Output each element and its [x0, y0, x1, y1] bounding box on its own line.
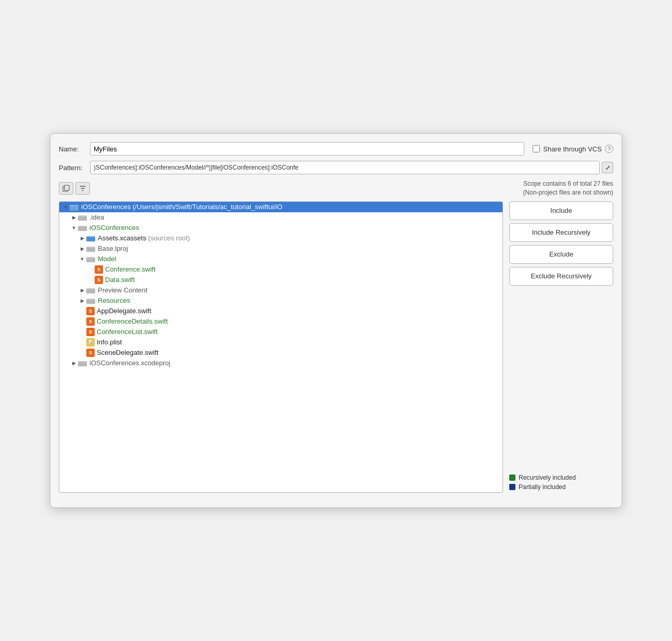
action-buttons-panel: Include Include Recursively Exclude Excl… [509, 201, 613, 493]
conference-swift-icon: S [95, 265, 103, 274]
svg-rect-21 [86, 289, 95, 293]
tree-item-confdetails[interactable]: S ConferenceDetails.swift [59, 316, 502, 327]
confdetails-label: ConferenceDetails.swift [97, 317, 168, 325]
idea-arrow[interactable]: ▶ [70, 213, 78, 222]
data-swift-label: Data.swift [105, 276, 135, 284]
conflist-label: ConferenceList.swift [97, 328, 158, 336]
main-area: ▼ iOSConferences (/Users/jsmith/Swift/Tu… [59, 201, 613, 493]
expand-pattern-button[interactable]: ⤢ [602, 162, 613, 173]
root-arrow[interactable]: ▼ [61, 203, 70, 211]
svg-rect-3 [70, 205, 73, 207]
preview-label: Preview Content [98, 286, 147, 294]
idea-label: .idea [89, 213, 104, 221]
svg-rect-24 [86, 300, 95, 304]
data-swift-icon: S [95, 276, 103, 284]
preview-arrow[interactable]: ▶ [78, 286, 86, 294]
vcs-label: Share through VCS [543, 145, 602, 153]
exclude-recursively-button[interactable]: Exclude Recursively [509, 267, 613, 286]
copy-button[interactable] [59, 182, 73, 195]
tree-item-appdelegate[interactable]: S AppDelegate.swift [59, 306, 502, 316]
iosconf-folder-icon [78, 224, 87, 232]
svg-rect-12 [86, 237, 95, 241]
appdelegate-swift-icon: S [86, 307, 95, 315]
filter-button[interactable] [75, 182, 90, 195]
recursively-label: Recursively included [519, 474, 576, 481]
tree-item-xcodeproj[interactable]: ▶ iOSConferences.xcodeproj [59, 358, 502, 368]
appdelegate-label: AppDelegate.swift [97, 307, 151, 315]
model-label: Model [98, 255, 116, 263]
infoplist-icon: 📊 [86, 338, 95, 347]
tree-item-idea[interactable]: ▶ .idea [59, 212, 502, 223]
svg-rect-9 [78, 227, 87, 231]
resources-arrow[interactable]: ▶ [78, 297, 86, 305]
help-icon[interactable]: ? [605, 145, 613, 153]
preview-folder-icon [86, 287, 96, 294]
conflist-swift-icon: S [86, 328, 95, 336]
tree-root-item[interactable]: ▼ iOSConferences (/Users/jsmith/Swift/Tu… [59, 202, 502, 212]
iosconf-arrow[interactable]: ▼ [70, 224, 78, 232]
base-folder-icon [86, 245, 96, 252]
include-button[interactable]: Include [509, 201, 613, 220]
xcodeproj-label: iOSConferences.xcodeproj [89, 359, 170, 367]
resources-folder-icon [86, 297, 96, 304]
svg-rect-27 [78, 362, 87, 366]
tree-item-resources[interactable]: ▶ Resources [59, 296, 502, 306]
partially-label: Partially included [519, 483, 566, 491]
legend-area: Recursively included Partially included [509, 468, 613, 493]
tree-item-base[interactable]: ▶ Base.lproj [59, 243, 502, 254]
name-input[interactable] [90, 142, 524, 156]
scenedelegate-label: SceneDelegate.swift [97, 349, 159, 356]
root-label: iOSConferences (/Users/jsmith/Swift/Tuto… [81, 203, 282, 211]
confdetails-swift-icon: S [86, 317, 95, 326]
root-folder-icon [70, 203, 79, 211]
tree-item-iosconf[interactable]: ▼ iOSConferences [59, 223, 502, 233]
assets-arrow[interactable]: ▶ [78, 234, 86, 242]
pattern-label: Pattern: [59, 164, 90, 172]
toolbar-row: Scope contains 6 of total 27 files (Non-… [59, 180, 613, 197]
tree-item-scenedelegate[interactable]: S SceneDelegate.swift [59, 348, 502, 358]
svg-rect-1 [64, 185, 69, 190]
name-row: Name: Share through VCS ? [59, 142, 613, 156]
base-label: Base.lproj [98, 245, 128, 252]
resources-label: Resources [98, 297, 130, 304]
legend-partially: Partially included [509, 483, 613, 491]
tree-item-assets[interactable]: ▶ Assets.xcassets (sources root) [59, 233, 502, 243]
tree-item-data-swift[interactable]: S Data.swift [59, 275, 502, 285]
name-label: Name: [59, 145, 90, 153]
tree-item-model[interactable]: ▼ Model [59, 254, 502, 264]
vcs-row: Share through VCS ? [533, 145, 613, 153]
scope-editor-dialog: Name: Share through VCS ? Pattern: ⤢ Sco… [50, 133, 622, 508]
scenedelegate-swift-icon: S [86, 349, 95, 357]
infoplist-label: Info.plist [97, 338, 122, 346]
base-arrow[interactable]: ▶ [78, 245, 86, 253]
assets-label: Assets.xcassets (sources root) [98, 234, 190, 242]
file-tree-panel[interactable]: ▼ iOSConferences (/Users/jsmith/Swift/Tu… [59, 201, 503, 493]
model-folder-icon [86, 255, 96, 263]
assets-folder-icon [86, 235, 96, 242]
pattern-input[interactable] [90, 161, 600, 174]
tree-item-conflist[interactable]: S ConferenceList.swift [59, 327, 502, 337]
svg-rect-15 [86, 248, 95, 252]
legend-recursively: Recursively included [509, 474, 613, 481]
svg-rect-18 [86, 258, 95, 262]
exclude-button[interactable]: Exclude [509, 245, 613, 264]
xcodeproj-arrow[interactable]: ▶ [70, 359, 78, 367]
recursively-dot [509, 475, 515, 481]
pattern-row: Pattern: ⤢ [59, 161, 613, 174]
partially-dot [509, 484, 515, 490]
tree-item-infoplist[interactable]: 📊 Info.plist [59, 337, 502, 348]
vcs-checkbox[interactable] [533, 145, 540, 152]
tree-item-preview[interactable]: ▶ Preview Content [59, 285, 502, 296]
xcodeproj-folder-icon [78, 360, 87, 367]
tree-item-conference-swift[interactable]: S Conference.swift [59, 264, 502, 275]
scope-info: Scope contains 6 of total 27 files (Non-… [523, 180, 613, 197]
iosconf-label: iOSConferences [89, 224, 139, 232]
idea-folder-icon [78, 214, 87, 221]
conference-swift-label: Conference.swift [105, 265, 156, 273]
svg-rect-6 [78, 216, 87, 221]
include-recursively-button[interactable]: Include Recursively [509, 223, 613, 242]
model-arrow[interactable]: ▼ [78, 255, 86, 263]
